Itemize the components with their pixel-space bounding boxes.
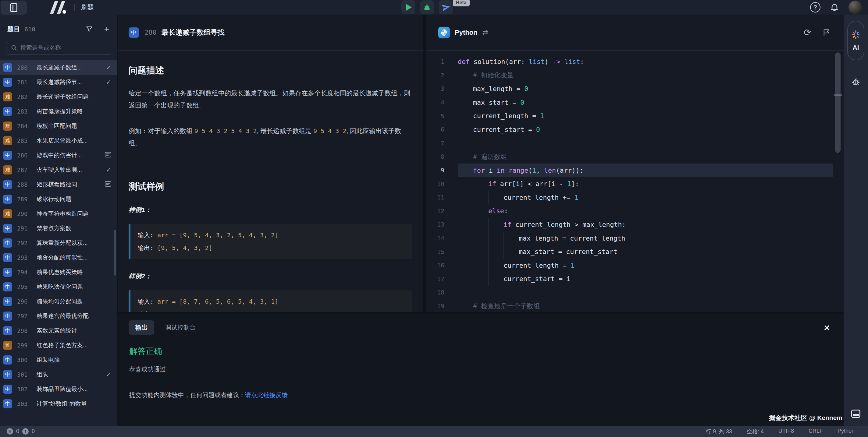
problem-item[interactable]: 中289破冰行动问题 (0, 192, 117, 206)
code-line[interactable]: 2# 初始化变量 (426, 69, 844, 82)
center-area: 中 280 最长递减子数组寻找 问题描述 给定一个数组，任务是找到数组中的最长递… (118, 14, 844, 426)
indent-guide (458, 123, 473, 136)
problem-title: 模板串匹配问题 (37, 122, 101, 130)
code-line[interactable]: 12else: (426, 204, 844, 218)
errors-count: 0 (16, 428, 19, 435)
code-line[interactable]: 10if arr[i] < arr[i - 1]: (426, 177, 844, 191)
problem-title: 火车驶入驶出顺... (37, 166, 101, 174)
sidebar-scrollbar[interactable] (114, 230, 116, 276)
status-item[interactable]: 空格: 4 (747, 428, 764, 435)
problem-item[interactable]: 中286游戏中的伤害计... (0, 148, 117, 163)
line-content (458, 136, 833, 150)
problem-item[interactable]: 中293粮食分配的可能性... (0, 250, 117, 265)
code-line[interactable]: 3max_length = 0 (426, 82, 844, 96)
code-line[interactable]: 11current_length += 1 (426, 191, 844, 204)
sidebar-header: 题目 610 + (0, 14, 117, 33)
tab-debug-console[interactable]: 调试控制台 (159, 321, 202, 335)
avatar[interactable] (848, 1, 862, 14)
problem-item[interactable]: 中302装饰品丑陋值最小... (0, 382, 117, 397)
problem-item[interactable]: 中296糖果均匀分配问题 (0, 294, 117, 309)
problem-id: 285 (17, 137, 36, 144)
problem-item[interactable]: 中297糖果迷宫的最优分配 (0, 309, 117, 324)
line-number: 16 (426, 262, 458, 269)
status-item[interactable]: UTF-8 (778, 428, 794, 435)
problem-item[interactable]: 中280最长递减子数组...✓ (0, 60, 117, 75)
line-number: 18 (426, 289, 458, 296)
problem-item[interactable]: 难285水果店果篮最小成... (0, 133, 117, 148)
code-line[interactable]: 13if current_length > max_length: (426, 218, 844, 231)
indent-guide (458, 259, 473, 272)
editor-scrollbar[interactable] (835, 53, 841, 153)
problem-item[interactable]: 难290神奇字符串构造问题 (0, 206, 117, 221)
errors-icon: ✕ (7, 428, 13, 435)
code-line[interactable]: 4max_start = 0 (426, 96, 844, 109)
line-number: 10 (426, 180, 458, 188)
editor-panel: Python ⇄ ⟳ 1def solution(arr: list) -> l… (426, 14, 844, 312)
status-item[interactable]: CRLF (809, 428, 823, 435)
help-icon[interactable]: ? (810, 2, 820, 12)
code-line[interactable]: 14max_length = current_length (426, 231, 844, 245)
ai-assistant-button[interactable]: AI (847, 21, 864, 60)
search-box[interactable] (6, 41, 111, 55)
code-line[interactable]: 6current_start = 0 (426, 123, 844, 136)
problem-item[interactable]: 难284模板串匹配问题 (0, 119, 117, 133)
problem-item[interactable]: 难287火车驶入驶出顺...✓ (0, 163, 117, 177)
code-line[interactable]: 18 (426, 285, 844, 299)
difficulty-badge: 中 (129, 27, 139, 38)
problem-item[interactable]: 难282最长递增子数组问题 (0, 90, 117, 104)
toggle-panel-icon[interactable] (851, 410, 860, 418)
search-input[interactable] (21, 44, 107, 51)
code-line[interactable]: 16current_length = 1 (426, 259, 844, 272)
run-button[interactable] (401, 0, 415, 14)
code-line[interactable]: 19# 检查最后一个子数组 (426, 299, 844, 312)
bell-icon[interactable] (830, 2, 839, 12)
problem-item[interactable]: 中288矩形棋盘路径问... (0, 177, 117, 192)
close-icon[interactable]: ✕ (824, 324, 830, 333)
problem-title: 红色格子染色方案... (37, 341, 101, 349)
panel-divider[interactable] (423, 14, 426, 312)
problem-item[interactable]: 中283树苗健康提升策略 (0, 104, 117, 119)
problem-item[interactable]: 中300组装电脑 (0, 352, 117, 367)
debug-rail-button[interactable] (851, 77, 861, 88)
problem-sidebar: 题目 610 + 中280最长递减子数组...✓中281最长递减路径节...✓难… (0, 14, 118, 426)
tab-output[interactable]: 输出 (129, 321, 154, 335)
problem-item[interactable]: 中294糖果优惠购买策略 (0, 265, 117, 279)
code-line[interactable]: 1def solution(arr: list) -> list: (426, 55, 844, 69)
language-switch-icon[interactable]: ⇄ (483, 28, 489, 37)
code-line[interactable]: 5current_length = 1 (426, 109, 844, 123)
beta-badge: Beta (453, 0, 470, 6)
filter-icon[interactable] (86, 26, 93, 33)
code-line[interactable]: 7 (426, 136, 844, 150)
app-logo[interactable] (47, 1, 67, 14)
sidebar-toggle-button[interactable] (1, 1, 27, 14)
status-item[interactable]: 行 9, 列 33 (706, 428, 732, 435)
difficulty-badge: 难 (3, 92, 12, 101)
problem-item[interactable]: 难299红色格子染色方案... (0, 338, 117, 352)
problem-title: 水果店果篮最小成... (37, 137, 101, 145)
problem-item[interactable]: 中292算珠重新分配以获... (0, 236, 117, 250)
statusbar-problems[interactable]: ✕ 0 ! 0 (0, 428, 35, 435)
problem-item[interactable]: 中298素数元素的统计 (0, 324, 117, 338)
status-item[interactable]: Python (838, 428, 855, 435)
code-line[interactable]: 15max_start = current_start (426, 245, 844, 259)
problem-item[interactable]: 中295糖果吃法优化问题 (0, 279, 117, 294)
problem-item[interactable]: 中281最长递减路径节...✓ (0, 75, 117, 90)
result-message: 恭喜成功通过 (129, 365, 844, 373)
feedback-flag-icon[interactable] (822, 28, 831, 37)
line-content: current_length = 1 (458, 109, 833, 123)
code-tokens: current_length = 1 (473, 109, 544, 123)
feedback-link[interactable]: 请点此链接反馈 (245, 392, 288, 398)
reset-code-icon[interactable]: ⟳ (804, 28, 811, 37)
problem-item[interactable]: 中303计算“好数组”的数量 (0, 397, 117, 411)
problem-item[interactable]: 中301组队✓ (0, 367, 117, 382)
debug-button[interactable] (420, 0, 434, 14)
submit-button[interactable]: Beta (439, 0, 453, 14)
indent-guide (458, 218, 473, 231)
result-status: 解答正确 (129, 346, 844, 357)
indent-guide (458, 96, 473, 109)
code-line[interactable]: 8# 遍历数组 (426, 150, 844, 164)
problem-item[interactable]: 中291禁着点方案数 (0, 221, 117, 236)
code-line[interactable]: 9for i in range(1, len(arr)): (426, 164, 844, 177)
code-line[interactable]: 17current_start = i (426, 272, 844, 286)
add-icon[interactable]: + (104, 25, 110, 33)
